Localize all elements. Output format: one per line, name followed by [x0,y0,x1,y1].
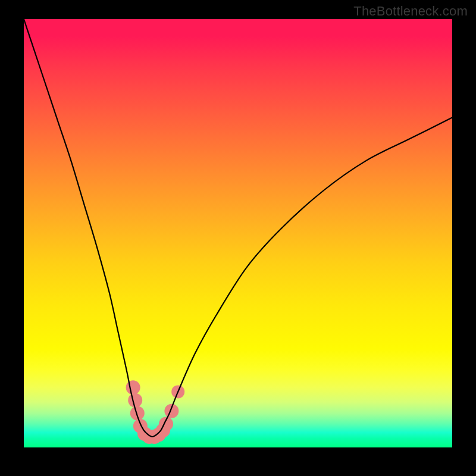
bottleneck-curve [24,19,452,437]
data-marker [126,380,140,394]
plot-area [24,19,452,447]
data-marker [130,406,145,420]
chart-svg [24,19,452,447]
watermark-label: TheBottleneck.com [353,4,468,19]
data-marker [128,393,142,408]
data-markers [126,380,185,444]
